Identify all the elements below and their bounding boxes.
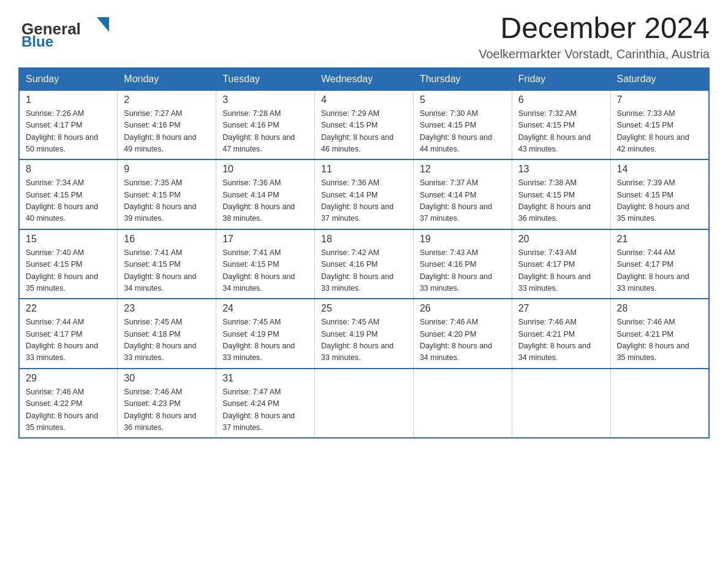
day-number: 20: [518, 234, 604, 245]
day-number: 29: [26, 373, 111, 384]
day-number: 12: [420, 164, 506, 175]
day-info: Sunrise: 7:41 AM Sunset: 4:15 PM Dayligh…: [124, 247, 210, 295]
calendar-cell: 14 Sunrise: 7:39 AM Sunset: 4:15 PM Dayl…: [610, 159, 709, 229]
header-wednesday: Wednesday: [315, 68, 414, 90]
day-info: Sunrise: 7:41 AM Sunset: 4:15 PM Dayligh…: [222, 247, 308, 295]
day-info: Sunrise: 7:26 AM Sunset: 4:17 PM Dayligh…: [26, 108, 111, 156]
calendar-cell: 18 Sunrise: 7:42 AM Sunset: 4:16 PM Dayl…: [315, 229, 414, 299]
day-number: 22: [26, 303, 111, 314]
calendar-cell: [315, 369, 414, 439]
day-info: Sunrise: 7:45 AM Sunset: 4:19 PM Dayligh…: [222, 316, 308, 364]
svg-marker-1: [97, 17, 109, 32]
header-tuesday: Tuesday: [216, 68, 315, 90]
calendar-cell: 3 Sunrise: 7:28 AM Sunset: 4:16 PM Dayli…: [216, 90, 315, 160]
calendar-cell: 17 Sunrise: 7:41 AM Sunset: 4:15 PM Dayl…: [216, 229, 315, 299]
day-number: 25: [321, 303, 407, 314]
day-number: 31: [222, 373, 308, 384]
day-number: 23: [124, 303, 210, 314]
day-info: Sunrise: 7:46 AM Sunset: 4:21 PM Dayligh…: [617, 316, 702, 364]
day-number: 13: [518, 164, 604, 175]
day-number: 21: [617, 234, 702, 245]
calendar-cell: 25 Sunrise: 7:45 AM Sunset: 4:19 PM Dayl…: [315, 299, 414, 369]
day-number: 24: [222, 303, 308, 314]
header-sunday: Sunday: [19, 68, 118, 90]
day-info: Sunrise: 7:34 AM Sunset: 4:15 PM Dayligh…: [26, 177, 111, 225]
calendar-title-area: December 2024 Voelkermarkter Vorstadt, C…: [479, 12, 710, 61]
day-info: Sunrise: 7:30 AM Sunset: 4:15 PM Dayligh…: [420, 108, 506, 156]
calendar-cell: [413, 369, 512, 439]
day-info: Sunrise: 7:47 AM Sunset: 4:24 PM Dayligh…: [222, 386, 308, 434]
day-number: 4: [321, 94, 407, 105]
day-number: 6: [518, 94, 604, 105]
calendar-cell: 16 Sunrise: 7:41 AM Sunset: 4:15 PM Dayl…: [118, 229, 216, 299]
day-number: 2: [124, 94, 210, 105]
calendar-cell: [610, 369, 709, 439]
calendar-cell: 1 Sunrise: 7:26 AM Sunset: 4:17 PM Dayli…: [19, 90, 118, 160]
day-info: Sunrise: 7:43 AM Sunset: 4:17 PM Dayligh…: [518, 247, 604, 295]
day-number: 7: [617, 94, 702, 105]
calendar-cell: 11 Sunrise: 7:36 AM Sunset: 4:14 PM Dayl…: [315, 159, 414, 229]
day-info: Sunrise: 7:44 AM Sunset: 4:17 PM Dayligh…: [26, 316, 111, 364]
day-info: Sunrise: 7:36 AM Sunset: 4:14 PM Dayligh…: [321, 177, 407, 225]
day-info: Sunrise: 7:38 AM Sunset: 4:15 PM Dayligh…: [518, 177, 604, 225]
day-info: Sunrise: 7:32 AM Sunset: 4:15 PM Dayligh…: [518, 108, 604, 156]
day-info: Sunrise: 7:40 AM Sunset: 4:15 PM Dayligh…: [26, 247, 111, 295]
calendar-cell: 19 Sunrise: 7:43 AM Sunset: 4:16 PM Dayl…: [413, 229, 512, 299]
calendar-table: Sunday Monday Tuesday Wednesday Thursday…: [18, 67, 710, 439]
calendar-cell: 28 Sunrise: 7:46 AM Sunset: 4:21 PM Dayl…: [610, 299, 709, 369]
calendar-cell: [512, 369, 610, 439]
day-number: 30: [124, 373, 210, 384]
day-info: Sunrise: 7:27 AM Sunset: 4:16 PM Dayligh…: [124, 108, 210, 156]
day-info: Sunrise: 7:37 AM Sunset: 4:14 PM Dayligh…: [420, 177, 506, 225]
calendar-cell: 20 Sunrise: 7:43 AM Sunset: 4:17 PM Dayl…: [512, 229, 610, 299]
calendar-cell: 5 Sunrise: 7:30 AM Sunset: 4:15 PM Dayli…: [413, 90, 512, 160]
day-number: 8: [26, 164, 111, 175]
calendar-cell: 24 Sunrise: 7:45 AM Sunset: 4:19 PM Dayl…: [216, 299, 315, 369]
calendar-cell: 9 Sunrise: 7:35 AM Sunset: 4:15 PM Dayli…: [118, 159, 216, 229]
day-info: Sunrise: 7:43 AM Sunset: 4:16 PM Dayligh…: [420, 247, 506, 295]
calendar-week-row: 8 Sunrise: 7:34 AM Sunset: 4:15 PM Dayli…: [19, 159, 709, 229]
day-info: Sunrise: 7:28 AM Sunset: 4:16 PM Dayligh…: [222, 108, 308, 156]
calendar-cell: 22 Sunrise: 7:44 AM Sunset: 4:17 PM Dayl…: [19, 299, 118, 369]
day-number: 16: [124, 234, 210, 245]
day-info: Sunrise: 7:39 AM Sunset: 4:15 PM Dayligh…: [617, 177, 702, 225]
day-info: Sunrise: 7:33 AM Sunset: 4:15 PM Dayligh…: [617, 108, 702, 156]
month-title: December 2024: [479, 12, 710, 45]
day-number: 26: [420, 303, 506, 314]
calendar-cell: 31 Sunrise: 7:47 AM Sunset: 4:24 PM Dayl…: [216, 369, 315, 439]
day-info: Sunrise: 7:35 AM Sunset: 4:15 PM Dayligh…: [124, 177, 210, 225]
day-info: Sunrise: 7:46 AM Sunset: 4:21 PM Dayligh…: [518, 316, 604, 364]
calendar-cell: 23 Sunrise: 7:45 AM Sunset: 4:18 PM Dayl…: [118, 299, 216, 369]
header-monday: Monday: [118, 68, 216, 90]
day-info: Sunrise: 7:29 AM Sunset: 4:15 PM Dayligh…: [321, 108, 407, 156]
header-saturday: Saturday: [610, 68, 709, 90]
calendar-week-row: 22 Sunrise: 7:44 AM Sunset: 4:17 PM Dayl…: [19, 299, 709, 369]
day-info: Sunrise: 7:46 AM Sunset: 4:20 PM Dayligh…: [420, 316, 506, 364]
calendar-cell: 13 Sunrise: 7:38 AM Sunset: 4:15 PM Dayl…: [512, 159, 610, 229]
calendar-cell: 27 Sunrise: 7:46 AM Sunset: 4:21 PM Dayl…: [512, 299, 610, 369]
day-number: 28: [617, 303, 702, 314]
calendar-cell: 12 Sunrise: 7:37 AM Sunset: 4:14 PM Dayl…: [413, 159, 512, 229]
svg-text:Blue: Blue: [21, 33, 53, 49]
header-thursday: Thursday: [413, 68, 512, 90]
day-number: 5: [420, 94, 506, 105]
day-info: Sunrise: 7:46 AM Sunset: 4:23 PM Dayligh…: [124, 386, 210, 434]
day-info: Sunrise: 7:36 AM Sunset: 4:14 PM Dayligh…: [222, 177, 308, 225]
day-info: Sunrise: 7:46 AM Sunset: 4:22 PM Dayligh…: [26, 386, 111, 434]
day-number: 27: [518, 303, 604, 314]
calendar-cell: 26 Sunrise: 7:46 AM Sunset: 4:20 PM Dayl…: [413, 299, 512, 369]
logo: General Blue: [18, 12, 110, 49]
day-number: 9: [124, 164, 210, 175]
calendar-cell: 21 Sunrise: 7:44 AM Sunset: 4:17 PM Dayl…: [610, 229, 709, 299]
day-info: Sunrise: 7:44 AM Sunset: 4:17 PM Dayligh…: [617, 247, 702, 295]
day-number: 18: [321, 234, 407, 245]
calendar-cell: 29 Sunrise: 7:46 AM Sunset: 4:22 PM Dayl…: [19, 369, 118, 439]
day-number: 19: [420, 234, 506, 245]
general-blue-logo: General Blue: [18, 12, 110, 49]
day-number: 11: [321, 164, 407, 175]
calendar-cell: 15 Sunrise: 7:40 AM Sunset: 4:15 PM Dayl…: [19, 229, 118, 299]
location-subtitle: Voelkermarkter Vorstadt, Carinthia, Aust…: [479, 47, 710, 61]
day-info: Sunrise: 7:45 AM Sunset: 4:18 PM Dayligh…: [124, 316, 210, 364]
calendar-cell: 2 Sunrise: 7:27 AM Sunset: 4:16 PM Dayli…: [118, 90, 216, 160]
calendar-cell: 6 Sunrise: 7:32 AM Sunset: 4:15 PM Dayli…: [512, 90, 610, 160]
